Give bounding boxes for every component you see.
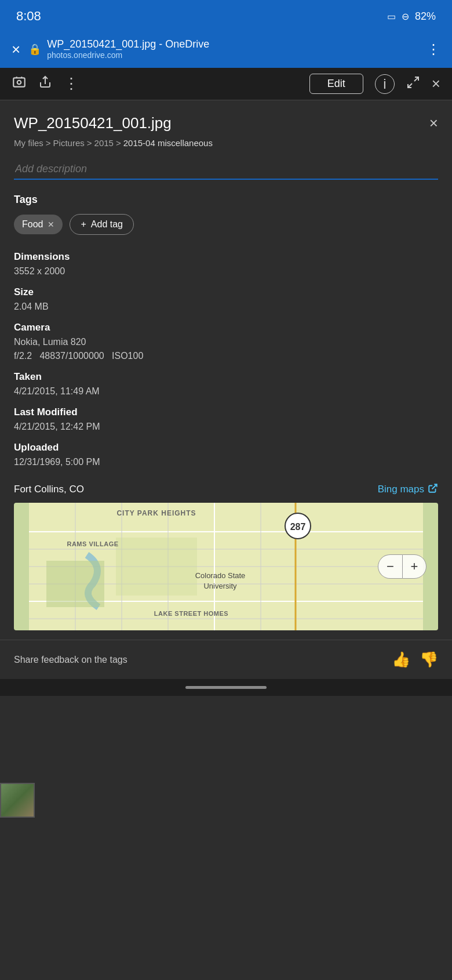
meta-dimensions-value: 3552 x 2000 [14, 264, 438, 278]
map-zoom-in-button[interactable]: + [402, 554, 427, 579]
phone-icon: ▭ [387, 11, 396, 22]
tag-food[interactable]: Food ✕ [14, 215, 63, 234]
feedback-text: Share feedback on the tags [14, 655, 382, 665]
tags-label: Tags [14, 194, 438, 206]
close-panel-icon[interactable]: × [432, 75, 440, 93]
location-row: Fort Collins, CO Bing maps [14, 483, 438, 496]
panel-header: WP_20150421_001.jpg × [14, 114, 438, 132]
add-photo-icon[interactable] [12, 75, 27, 93]
meta-camera-value: Nokia, Lumia 820f/2.2 48837/1000000 ISO1… [14, 335, 438, 363]
thumbs-down-button[interactable]: 👎 [420, 651, 438, 669]
thumbnail-image [1, 784, 34, 816]
more-options-icon[interactable]: ⋮ [64, 75, 79, 93]
browser-url: photos.onedrive.com [47, 50, 418, 60]
meta-camera-label: Camera [14, 322, 438, 333]
meta-uploaded-label: Uploaded [14, 442, 438, 453]
panel-title: WP_20150421_001.jpg [14, 114, 172, 132]
meta-size: Size 2.04 MB [14, 286, 438, 314]
map-zoom-controls: − + [378, 554, 427, 579]
share-icon[interactable] [38, 75, 52, 93]
meta-dimensions-label: Dimensions [14, 251, 438, 263]
panel-close-button[interactable]: × [429, 114, 438, 132]
status-time: 8:08 [16, 9, 41, 24]
browser-title-block: 🔒 WP_20150421_001.jpg - OneDrive photos.… [28, 38, 418, 60]
svg-line-5 [432, 484, 437, 489]
expand-icon[interactable] [406, 75, 420, 93]
browser-page-title: WP_20150421_001.jpg - OneDrive [47, 38, 418, 50]
status-icons: ▭ ⊖ 82% [387, 10, 436, 23]
home-bar [185, 686, 267, 689]
svg-line-3 [414, 77, 418, 81]
map-container[interactable]: 287 CITY PARK HEIGHTS RAMS VILLAGE Color… [14, 503, 438, 630]
meta-size-value: 2.04 MB [14, 300, 438, 314]
meta-taken: Taken 4/21/2015, 11:49 AM [14, 371, 438, 398]
bing-maps-link[interactable]: Bing maps [378, 483, 438, 496]
browser-close-button[interactable]: × [12, 42, 20, 57]
info-icon[interactable]: i [375, 74, 395, 94]
thumbs-up-button[interactable]: 👍 [392, 651, 410, 669]
add-tag-button[interactable]: + Add tag [70, 214, 134, 235]
status-bar: 8:08 ▭ ⊖ 82% [0, 0, 452, 32]
svg-text:287: 287 [290, 522, 306, 532]
meta-last-modified: Last Modified 4/21/2015, 12:42 PM [14, 406, 438, 434]
svg-line-4 [408, 84, 412, 88]
meta-last-modified-label: Last Modified [14, 406, 438, 418]
do-not-disturb-icon: ⊖ [402, 11, 409, 22]
tag-food-remove[interactable]: ✕ [48, 220, 54, 229]
svg-rect-0 [13, 78, 25, 86]
toolbar: ⋮ Edit i × [0, 68, 452, 100]
meta-taken-label: Taken [14, 371, 438, 383]
description-input[interactable] [14, 159, 438, 180]
svg-rect-19 [46, 561, 104, 607]
breadcrumb-2015[interactable]: 2015 [94, 138, 114, 148]
external-link-icon [428, 483, 438, 496]
svg-rect-20 [116, 538, 197, 596]
feedback-bar: Share feedback on the tags 👍 👎 [0, 640, 452, 679]
breadcrumb-sep-1: > [46, 138, 51, 148]
meta-uploaded-value: 12/31/1969, 5:00 PM [14, 455, 438, 469]
breadcrumb-sep-2: > [87, 138, 92, 148]
map-svg: 287 CITY PARK HEIGHTS RAMS VILLAGE Color… [14, 503, 438, 630]
tag-food-label: Food [22, 219, 43, 230]
meta-taken-value: 4/21/2015, 11:49 AM [14, 384, 438, 398]
map-zoom-out-button[interactable]: − [378, 554, 402, 579]
breadcrumb-sep-3: > [116, 138, 121, 148]
svg-text:RAMS VILLAGE: RAMS VILLAGE [67, 540, 118, 547]
svg-text:University: University [203, 582, 237, 590]
meta-uploaded: Uploaded 12/31/1969, 5:00 PM [14, 442, 438, 469]
meta-last-modified-value: 4/21/2015, 12:42 PM [14, 420, 438, 434]
location-name: Fort Collins, CO [14, 484, 84, 495]
home-indicator [0, 679, 452, 696]
breadcrumb: My files > Pictures > 2015 > 2015-04 mis… [14, 138, 438, 148]
add-tag-label: Add tag [91, 219, 123, 230]
battery-indicator: 82% [415, 10, 436, 23]
svg-point-1 [17, 80, 21, 84]
svg-text:Colorado State: Colorado State [195, 571, 246, 580]
browser-bar: × 🔒 WP_20150421_001.jpg - OneDrive photo… [0, 32, 452, 68]
main-panel: WP_20150421_001.jpg × My files > Picture… [0, 100, 452, 630]
breadcrumb-current: 2015-04 miscellaneous [123, 138, 213, 148]
breadcrumb-myfiles[interactable]: My files [14, 138, 43, 148]
photo-thumbnail[interactable] [0, 783, 35, 818]
lock-icon: 🔒 [28, 43, 41, 56]
browser-title-text: WP_20150421_001.jpg - OneDrive photos.on… [47, 38, 418, 60]
tags-row: Food ✕ + Add tag [14, 214, 438, 235]
meta-dimensions: Dimensions 3552 x 2000 [14, 251, 438, 278]
svg-text:CITY PARK HEIGHTS: CITY PARK HEIGHTS [116, 509, 196, 517]
add-tag-plus-icon: + [81, 219, 86, 230]
browser-menu-button[interactable]: ⋮ [427, 41, 440, 57]
edit-button[interactable]: Edit [309, 74, 363, 94]
meta-size-label: Size [14, 286, 438, 298]
breadcrumb-pictures[interactable]: Pictures [53, 138, 85, 148]
svg-text:LAKE STREET HOMES: LAKE STREET HOMES [154, 610, 228, 617]
meta-camera: Camera Nokia, Lumia 820f/2.2 48837/10000… [14, 322, 438, 363]
bing-maps-label: Bing maps [378, 484, 424, 495]
